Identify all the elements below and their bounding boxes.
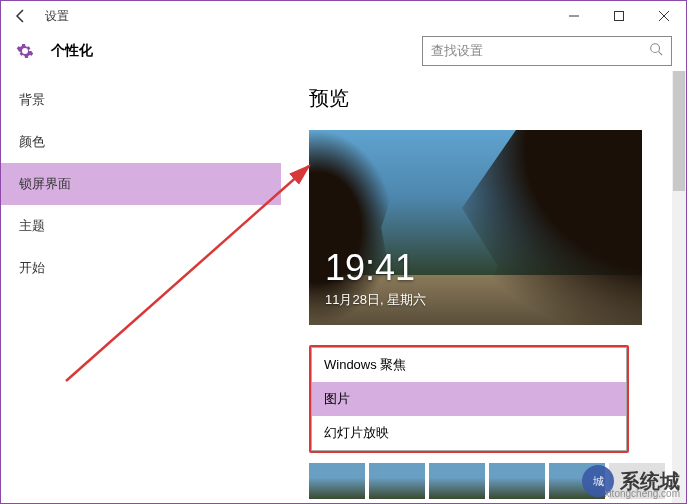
sidebar-item-label: 颜色 bbox=[19, 133, 45, 151]
preview-clock: 19:41 bbox=[325, 247, 415, 289]
sidebar-item-label: 背景 bbox=[19, 91, 45, 109]
dropdown-option-label: 图片 bbox=[324, 390, 350, 408]
lockscreen-preview: 19:41 11月28日, 星期六 bbox=[309, 130, 642, 325]
dropdown-option-slideshow[interactable]: 幻灯片放映 bbox=[312, 416, 626, 450]
thumbnail[interactable] bbox=[489, 463, 545, 499]
watermark-url: xitongcheng.com bbox=[604, 488, 680, 499]
thumbnail[interactable] bbox=[369, 463, 425, 499]
background-dropdown[interactable]: Windows 聚焦 图片 幻灯片放映 bbox=[309, 345, 629, 453]
content: 背景 颜色 锁屏界面 主题 开始 预览 19:41 11月28日, 星期六 Wi… bbox=[1, 71, 686, 503]
scrollbar-thumb[interactable] bbox=[673, 71, 685, 191]
back-button[interactable] bbox=[9, 4, 33, 28]
window-title: 设置 bbox=[45, 8, 69, 25]
dropdown-option-picture[interactable]: 图片 bbox=[312, 382, 626, 416]
header: 个性化 查找设置 bbox=[1, 31, 686, 71]
window-controls bbox=[551, 1, 686, 31]
watermark: 城 系统城 xitongcheng.com bbox=[582, 465, 680, 497]
minimize-button[interactable] bbox=[551, 1, 596, 31]
sidebar-item-start[interactable]: 开始 bbox=[1, 247, 281, 289]
sidebar-item-themes[interactable]: 主题 bbox=[1, 205, 281, 247]
preview-date: 11月28日, 星期六 bbox=[325, 291, 426, 309]
dropdown-option-label: Windows 聚焦 bbox=[324, 356, 406, 374]
search-input[interactable]: 查找设置 bbox=[422, 36, 672, 66]
sidebar-item-label: 开始 bbox=[19, 259, 45, 277]
svg-line-5 bbox=[659, 52, 663, 56]
arrow-left-icon bbox=[13, 8, 29, 24]
sidebar-item-label: 锁屏界面 bbox=[19, 175, 71, 193]
preview-cave-right bbox=[462, 130, 642, 325]
sidebar-item-label: 主题 bbox=[19, 217, 45, 235]
thumbnail[interactable] bbox=[429, 463, 485, 499]
search-placeholder: 查找设置 bbox=[431, 42, 649, 60]
maximize-icon bbox=[614, 11, 624, 21]
gear-icon bbox=[15, 41, 35, 61]
main-panel: 预览 19:41 11月28日, 星期六 Windows 聚焦 图片 幻灯片放映… bbox=[281, 71, 686, 503]
sidebar: 背景 颜色 锁屏界面 主题 开始 bbox=[1, 71, 281, 503]
dropdown-option-spotlight[interactable]: Windows 聚焦 bbox=[312, 348, 626, 382]
sidebar-item-lockscreen[interactable]: 锁屏界面 bbox=[1, 163, 281, 205]
close-button[interactable] bbox=[641, 1, 686, 31]
page-heading: 个性化 bbox=[51, 42, 93, 60]
close-icon bbox=[659, 11, 669, 21]
maximize-button[interactable] bbox=[596, 1, 641, 31]
preview-title: 预览 bbox=[309, 85, 666, 112]
scrollbar[interactable] bbox=[672, 71, 686, 503]
minimize-icon bbox=[569, 11, 579, 21]
svg-point-4 bbox=[651, 44, 660, 53]
search-icon bbox=[649, 42, 663, 60]
svg-rect-1 bbox=[614, 12, 623, 21]
sidebar-item-colors[interactable]: 颜色 bbox=[1, 121, 281, 163]
thumbnail[interactable] bbox=[309, 463, 365, 499]
titlebar: 设置 bbox=[1, 1, 686, 31]
sidebar-item-background[interactable]: 背景 bbox=[1, 79, 281, 121]
dropdown-option-label: 幻灯片放映 bbox=[324, 424, 389, 442]
